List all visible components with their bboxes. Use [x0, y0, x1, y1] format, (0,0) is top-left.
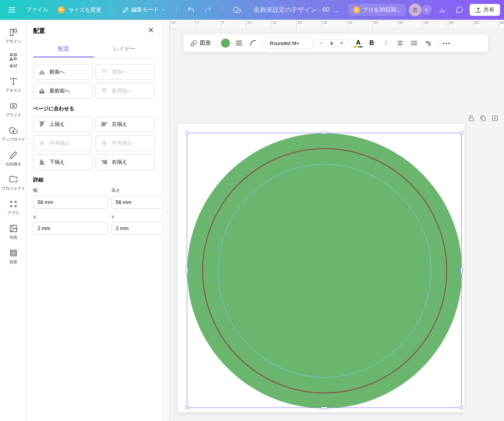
pencil-icon — [122, 7, 129, 13]
cloud-sync-icon[interactable] — [230, 3, 244, 17]
svg-point-18 — [10, 201, 12, 203]
ruler-tick: 40 — [397, 20, 423, 29]
width-input[interactable] — [33, 196, 108, 209]
handle-bottom[interactable] — [321, 407, 328, 409]
rail-project[interactable]: プロジェクト — [0, 171, 26, 195]
rail-upload[interactable]: アップロード — [0, 122, 26, 146]
rail-text[interactable]: テキスト — [0, 73, 26, 97]
corner-style-button[interactable] — [248, 38, 259, 49]
undo-button[interactable] — [184, 3, 198, 17]
crown-icon — [58, 6, 65, 13]
text-color-button[interactable]: A — [354, 39, 363, 47]
align-center-h-button: 中央揃え — [96, 135, 155, 151]
svg-rect-15 — [10, 104, 16, 108]
align-center-v-button: 中央揃え — [33, 135, 92, 151]
share-button[interactable]: 共有 — [470, 4, 500, 16]
background-icon — [9, 248, 18, 258]
shape-button[interactable]: 図形 — [187, 38, 214, 48]
ruler-tick: 60 — [498, 20, 504, 29]
align-bottom-button[interactable]: 下揃え — [33, 154, 92, 170]
add-member-button[interactable]: ＋ — [421, 5, 432, 15]
rail-apps[interactable]: アプリ — [0, 195, 26, 220]
stroke-icon — [235, 39, 243, 47]
italic-button[interactable]: I — [380, 38, 391, 49]
handle-bottom-right[interactable] — [460, 406, 463, 410]
ruler-tick: 10 — [246, 20, 271, 29]
lock-page-button[interactable] — [468, 115, 475, 123]
spacing-icon — [425, 40, 432, 47]
rail-photo[interactable]: 写真 — [0, 220, 26, 244]
handle-top-left[interactable] — [185, 131, 189, 135]
align-bottom-icon — [38, 159, 45, 166]
edit-mode-button[interactable]: 編集モード — [119, 6, 169, 13]
close-button[interactable] — [147, 26, 155, 36]
handle-left[interactable] — [186, 267, 188, 274]
tab-layer[interactable]: レイヤー — [94, 42, 155, 57]
resize-button[interactable]: サイズを変更 — [55, 6, 105, 14]
tab-position[interactable]: 配置 — [33, 42, 94, 57]
align-section-title: ページに合わせる — [33, 105, 155, 112]
handle-bottom-left[interactable] — [185, 406, 189, 410]
canvas-page[interactable] — [178, 124, 465, 412]
redo-button[interactable] — [201, 3, 215, 17]
rail-background[interactable]: 背景 — [0, 244, 26, 269]
backward-icon — [101, 68, 108, 76]
user-avatar[interactable]: 貴 — [409, 4, 421, 16]
photo-icon — [9, 224, 18, 233]
app-header: ファイル サイズを変更 編集モード 名称未設定のデザイン - 60 ... プロ… — [0, 0, 504, 20]
svg-point-21 — [15, 206, 16, 207]
ruler-tick: 20 — [296, 20, 322, 29]
svg-rect-31 — [102, 70, 107, 71]
rail-brand[interactable]: ブランド — [0, 97, 26, 122]
font-size-plus[interactable]: + — [337, 40, 346, 47]
chevron-down-icon — [161, 8, 166, 12]
x-input[interactable] — [33, 222, 108, 235]
spacing-button[interactable] — [423, 38, 434, 49]
menu-button[interactable] — [4, 2, 20, 18]
text-a-icon: A — [356, 39, 361, 46]
svg-rect-10 — [14, 54, 16, 56]
crown-icon — [353, 6, 360, 13]
duplicate-page-button[interactable] — [480, 115, 487, 123]
align-center-v-icon — [38, 140, 45, 147]
design-icon — [9, 28, 18, 37]
text-align-button[interactable] — [395, 38, 406, 49]
handle-top[interactable] — [321, 132, 328, 134]
shape-circle-blue-outline[interactable] — [218, 164, 431, 378]
width-label: 幅 — [33, 187, 108, 193]
font-size-value[interactable]: 4 — [326, 40, 337, 46]
stroke-style-button[interactable] — [233, 38, 244, 49]
backward-button: 背面へ — [96, 64, 155, 80]
comment-button[interactable] — [452, 3, 466, 17]
text-icon — [9, 77, 18, 86]
bold-button[interactable]: B — [366, 38, 377, 49]
selection-box[interactable] — [187, 133, 462, 408]
align-left-button[interactable]: 左揃え — [96, 116, 155, 132]
fill-color-swatch[interactable] — [221, 38, 230, 48]
context-toolbar: 図形 Rounded M+ − 4 + A B I — [183, 34, 488, 52]
handle-right[interactable] — [461, 267, 463, 274]
font-size-minus[interactable]: − — [316, 40, 326, 47]
svg-rect-49 — [40, 160, 41, 164]
file-menu[interactable]: ファイル — [23, 6, 51, 13]
ruler-vertical — [161, 20, 170, 421]
forward-button[interactable]: 前面へ — [33, 64, 92, 80]
rail-draw[interactable]: お絵描き — [0, 146, 26, 171]
handle-top-right[interactable] — [460, 131, 463, 135]
front-button[interactable]: 最前面へ — [33, 83, 92, 99]
font-select[interactable]: Rounded M+ — [265, 38, 313, 49]
panel-title: 配置 — [33, 27, 45, 35]
list-button[interactable] — [409, 38, 420, 49]
add-page-button[interactable] — [491, 115, 498, 123]
page-actions — [468, 115, 498, 123]
pro-trial-button[interactable]: プロを30日間... — [348, 4, 406, 16]
more-button[interactable]: ⋯ — [441, 38, 452, 49]
align-top-button[interactable]: 上揃え — [33, 116, 92, 132]
analytics-button[interactable] — [435, 3, 449, 17]
document-title[interactable]: 名称未設定のデザイン - 60 ... — [247, 6, 345, 14]
separator — [112, 6, 112, 14]
side-rail: デザイン 素材 テキスト ブランド アップロード お絵描き プロジェクト アプ — [0, 20, 27, 421]
rail-elements[interactable]: 素材 — [0, 48, 26, 73]
rail-design[interactable]: デザイン — [0, 24, 26, 48]
align-right-button[interactable]: 右揃え — [96, 154, 155, 170]
